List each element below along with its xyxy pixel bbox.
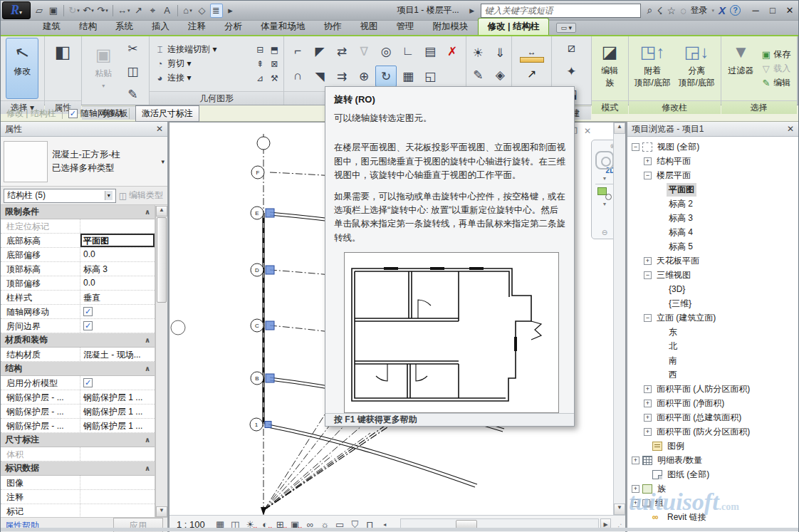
tab-结构[interactable]: 结构 — [70, 19, 106, 35]
tab-建筑[interactable]: 建筑 — [33, 19, 70, 35]
tree-item[interactable]: +面积平面 (防火分区面积) — [630, 424, 798, 439]
tree-item[interactable]: +结构平面 — [630, 154, 798, 168]
zoom-options-icon[interactable]: ▼ — [602, 202, 607, 207]
tree-label[interactable]: 面积平面 (净面积) — [654, 397, 726, 410]
sign-in-label[interactable]: 登录 — [690, 4, 707, 16]
sync-icon[interactable]: ↻▾ — [68, 4, 80, 18]
tree-label[interactable]: 北 — [667, 340, 679, 353]
tree-label[interactable]: 图例 — [665, 439, 686, 453]
checkbox-icon[interactable]: ✓ — [83, 321, 93, 330]
tree-item[interactable]: 标高 4 — [630, 225, 798, 239]
edit-family-button[interactable]: ◪ 编辑 族 — [595, 38, 625, 99]
tree-item[interactable]: +天花板平面 — [630, 254, 798, 268]
unjoin-icon[interactable]: ⊠ — [268, 58, 281, 70]
tree-label[interactable]: 标高 4 — [667, 226, 695, 239]
move-with-grids-checkbox[interactable]: ✓ 随轴网移动 — [68, 108, 123, 120]
minimize-button[interactable]: ─ — [750, 5, 761, 16]
undo-icon[interactable]: ↶▾ — [82, 4, 95, 18]
delete-icon[interactable]: ✗ — [442, 41, 463, 62]
type-dropdown-icon[interactable]: ▾ — [161, 158, 164, 165]
tree-label[interactable]: 图纸 (全部) — [665, 468, 711, 481]
tree-collapse-icon[interactable]: − — [644, 172, 652, 179]
canvas-vertical-scrollbar[interactable]: ▲ ▼ — [613, 122, 625, 515]
measure-button[interactable]: ↔ — [520, 47, 544, 63]
measure-icon[interactable]: ↔▾ — [117, 4, 131, 18]
tree-label[interactable]: 视图 (全部) — [655, 140, 701, 154]
cope-icon[interactable]: ∩ — [287, 66, 308, 87]
tree-item[interactable]: 北 — [630, 339, 798, 353]
trim-extend-icon[interactable]: ◥ — [309, 66, 330, 87]
revit-logo-button[interactable]: R▾ — [2, 1, 31, 19]
tree-item[interactable]: +面积平面 (总建筑面积) — [630, 410, 798, 424]
panel-label-mode[interactable]: 模式 — [592, 100, 628, 114]
section-icon[interactable]: ◇ — [196, 4, 209, 18]
collapse-chevron-icon[interactable]: ∧ — [145, 336, 150, 344]
tree-item[interactable]: 标高 2 — [630, 197, 798, 211]
tab-插入[interactable]: 插入 — [142, 19, 179, 35]
tree-label[interactable]: 结构平面 — [654, 155, 693, 168]
type-selector[interactable]: 混凝土-正方形-柱 已选择多种类型 ▾ — [1, 137, 167, 187]
tree-expand-icon[interactable]: + — [632, 499, 639, 507]
property-value[interactable]: 平面图 — [80, 234, 155, 247]
tree-item[interactable]: 标高 5 — [630, 239, 798, 254]
tab-注释[interactable]: 注释 — [179, 19, 215, 35]
property-value[interactable] — [80, 476, 155, 489]
tree-label[interactable]: {三维} — [667, 297, 694, 311]
activate-dimensions-button[interactable]: 激活尺寸标注 — [135, 105, 199, 122]
cut-icon[interactable]: ✂ — [122, 38, 143, 59]
tree-label[interactable]: 立面 (建筑立面) — [654, 311, 718, 325]
split-icon[interactable]: ▦ — [397, 66, 419, 87]
load-selection-button[interactable]: ▽载入 — [758, 62, 793, 75]
geometry-tool-join-end-cut-icon[interactable]: ⌶连接端切割 ▾ — [152, 43, 252, 56]
properties-scrollbar[interactable]: ▲ ▼ — [155, 206, 167, 517]
tree-label[interactable]: 标高 5 — [667, 240, 695, 254]
default-3d-view-icon[interactable]: ⌂▾ — [182, 4, 194, 18]
collapse-chevron-icon[interactable]: ∧ — [145, 365, 150, 372]
tab-体量和场地[interactable]: 体量和场地 — [251, 19, 315, 35]
array-icon[interactable]: ▤ — [419, 41, 441, 62]
tree-label[interactable]: 楼层平面 — [654, 169, 693, 182]
tab-视图[interactable]: 视图 — [351, 19, 387, 35]
exchange-apps-icon[interactable]: X — [719, 4, 726, 16]
property-value[interactable] — [80, 490, 155, 504]
beam-system-icon[interactable]: ⬒ — [268, 43, 281, 56]
restore-button[interactable]: □ — [767, 5, 778, 16]
mirror-draw-icon[interactable]: ⇉ — [331, 66, 352, 87]
wheel-options-icon[interactable]: ▼ — [602, 176, 607, 181]
modify-tool-button[interactable]: ↖ 修改 — [6, 38, 38, 99]
help-search-input[interactable] — [481, 4, 641, 18]
paste-button[interactable]: ▣ 粘贴▾ — [87, 41, 120, 102]
canvas-scroll-down-icon[interactable]: ▼ — [614, 504, 625, 515]
copy-icon[interactable]: ◎ — [375, 41, 397, 62]
tree-label[interactable]: Revit 链接 — [665, 511, 709, 524]
property-value[interactable]: ✓ — [80, 305, 155, 318]
tree-item[interactable]: +明细表/数量 — [630, 453, 798, 467]
edit-type-button[interactable]: ◫ 编辑类型 — [119, 189, 164, 202]
tree-item[interactable]: 东 — [630, 325, 798, 339]
tree-item[interactable]: +面积平面 (净面积) — [630, 396, 798, 410]
linework-icon[interactable]: ◈ — [489, 64, 511, 85]
redo-icon[interactable]: ↷▾ — [96, 4, 109, 18]
tree-item[interactable]: +族 — [630, 481, 798, 496]
tree-item[interactable]: 标高 3 — [630, 211, 798, 225]
tree-expand-icon[interactable]: + — [644, 385, 652, 393]
tree-item[interactable]: 图例 — [630, 439, 798, 453]
zoom-region-icon[interactable] — [597, 187, 612, 200]
tree-label[interactable]: 面积平面 (总建筑面积) — [654, 411, 743, 424]
category-filter-combo[interactable]: 结构柱 (5)▾ — [4, 189, 116, 203]
text-icon[interactable]: A — [161, 4, 174, 18]
edit-selection-button[interactable]: ✎编辑 — [758, 76, 793, 89]
property-value[interactable]: 钢筋保护层 1 ... — [80, 405, 155, 418]
tree-expand-icon[interactable]: + — [644, 414, 652, 422]
steering-wheel-icon[interactable] — [595, 151, 614, 169]
property-value[interactable]: ✓ — [80, 376, 155, 390]
properties-toggle-button[interactable]: ◧ — [48, 38, 78, 99]
move-icon[interactable]: ⊕ — [353, 66, 375, 87]
tree-item[interactable]: ∞Revit 链接 — [630, 510, 798, 524]
collapse-chevron-icon[interactable]: ∧ — [145, 464, 150, 472]
tree-item[interactable]: 平面图 — [630, 182, 798, 197]
thin-lines-icon[interactable]: ≣ — [210, 4, 223, 18]
tree-collapse-icon[interactable]: − — [632, 143, 639, 151]
aligned-dimension-button[interactable]: ↗ — [527, 67, 536, 80]
create-group-icon[interactable]: ⧄ — [560, 38, 582, 59]
